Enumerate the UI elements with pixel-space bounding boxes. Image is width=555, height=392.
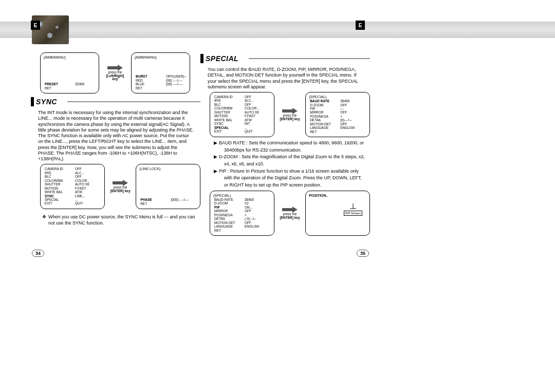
note-mark-icon: ❖ [42, 214, 48, 226]
bullet-pip-l3: or RIGHT key to set up the PIP screen po… [219, 182, 370, 189]
arrow-sync-l2: [ENTER] key [110, 190, 130, 193]
arrow-special-l2: [ENTER] key [280, 118, 300, 121]
arrow-pip-l2: [ENTER] key [280, 216, 300, 220]
osd-special-submenu-table: BAUD RATE38400D-ZOOMOFFPIP---MIRROROFFPO… [309, 99, 356, 134]
osd-position-title: POSITION.. [309, 194, 366, 198]
side-tab-right: E [356, 21, 365, 30]
sync-note: ❖ When you use DC power source, the SYNC… [31, 212, 200, 226]
sync-heading-bar [31, 97, 34, 106]
arrow-right-icon [107, 65, 123, 71]
pip-screen-box: PIP Screen [344, 211, 362, 216]
osd-awb-preset-title: (AWB/MANU) [44, 55, 96, 60]
bullet-dzoom-l1: D-ZOOM : Sets the magnification of the D… [219, 154, 370, 160]
side-tab-left: E [31, 21, 40, 30]
osd-special-pip-table: BAUD RATE38400D-ZOOMX2PIPON...MIRROROFFP… [213, 198, 261, 232]
bullet-pip-l1: PIP : Picture In Picture function to sho… [219, 169, 370, 175]
sync-paragraph: The INT mode is necessary for using the … [31, 109, 200, 163]
osd-line-lock: (LINE LOCK) PHASE(000) ----I----RET [136, 164, 200, 209]
page-right: SPECIAL You can control the BAUD RATE, D… [200, 51, 370, 257]
bullet-mark-icon: ▶ [214, 154, 219, 160]
osd-main-menu-sync-table: CAMERA IDOFFIRISALC...BLCOFFCOLOR/BWCOLO… [44, 167, 91, 206]
pip-osd-row: (SPECIAL) BAUD RATE38400D-ZOOMX2PIPON...… [210, 191, 370, 236]
special-heading-rule [249, 58, 370, 59]
osd-special-submenu: (SPECIAL) BAUD RATE38400D-ZOOMOFFPIP---M… [305, 92, 370, 137]
special-osd-row: CAMERA IDOFFIRISALC...BLCOFFCOLOR/BWCOLO… [210, 92, 370, 137]
sync-heading: SYNC [31, 97, 200, 107]
osd-position: POSITION.. PIP Screen [305, 191, 370, 236]
osd-awb-preset-table: PRESET3200KRET [44, 82, 86, 90]
osd-main-menu-sync: CAMERA IDOFFIRISALC...BLCOFFCOLOR/BWCOLO… [40, 164, 105, 209]
pip-connector-icon [348, 203, 358, 211]
svg-marker-0 [107, 65, 123, 71]
bullet-pip-l2: with the operation of the Digital Zoom. … [219, 175, 370, 181]
sync-heading-title: SYNC [36, 98, 67, 106]
osd-line-lock-table: PHASE(000) ----I----RET [139, 198, 190, 206]
osd-awb-burst-table: BURSTOFF(USER)--RED(00) ----I----BLUE(00… [135, 74, 188, 90]
osd-special-pip-title: (SPECIAL) [213, 194, 271, 198]
arrow-awb: press the [Left/Right] key [103, 65, 127, 81]
bullet-mark-icon: ▶ [214, 169, 219, 175]
osd-awb-burst: (AWB/MANU) BURSTOFF(USER)--RED(00) ----I… [131, 52, 190, 94]
osd-special-pip: (SPECIAL) BAUD RATE38400D-ZOOMX2PIPON...… [210, 191, 274, 236]
header-band [0, 15, 555, 44]
special-paragraph: You can control the BAUD RATE, D-ZOOM, P… [200, 66, 370, 91]
arrow-pip: press the [ENTER] key [279, 207, 301, 220]
osd-special-submenu-title: (SPECIAL) [309, 95, 366, 99]
bullet-baud-l2: 38400bps for RS-232 communication. [219, 147, 370, 154]
osd-main-menu-special-table: CAMERA IDOFFIRISALC...BLCOFFCOLOR/BWCOLO… [213, 95, 261, 134]
bullet-baud-l1: BAUD RATE : Sets the communication speed… [219, 140, 370, 146]
header-grey-bar [0, 22, 555, 38]
arrow-awb-l3: key [113, 78, 118, 81]
page-number-right: 35 [357, 250, 369, 257]
awb-osd-row: (AWB/MANU) PRESET3200KRET press the [Lef… [40, 52, 200, 94]
arrow-special: press the [ENTER] key [279, 108, 301, 121]
osd-main-menu-special: CAMERA IDOFFIRISALC...BLCOFFCOLOR/BWCOLO… [210, 92, 274, 137]
special-heading-bar [200, 54, 203, 63]
osd-awb-preset: (AWB/MANU) PRESET3200KRET [40, 52, 99, 94]
sync-heading-rule [67, 101, 200, 102]
sync-osd-row: CAMERA IDOFFIRISALC...BLCOFFCOLOR/BWCOLO… [40, 164, 200, 209]
page-left: (AWB/MANU) PRESET3200KRET press the [Lef… [31, 51, 200, 257]
osd-awb-burst-title: (AWB/MANU) [135, 55, 187, 60]
bullet-mark-icon: ▶ [214, 140, 219, 146]
bullet-dzoom-l2: x4, x6, x8, and x10. [219, 161, 370, 167]
special-heading: SPECIAL [200, 53, 370, 64]
osd-line-lock-title: (LINE LOCK) [139, 167, 197, 171]
sync-note-text: When you use DC power source, the SYNC M… [48, 214, 195, 226]
arrow-sync: press the [ENTER] key [109, 180, 132, 193]
special-heading-title: SPECIAL [206, 54, 249, 63]
header-photo-thumb [32, 15, 69, 44]
special-bullets: ▶BAUD RATE : Sets the communication spee… [200, 140, 370, 189]
page-number-left: 34 [32, 250, 44, 257]
